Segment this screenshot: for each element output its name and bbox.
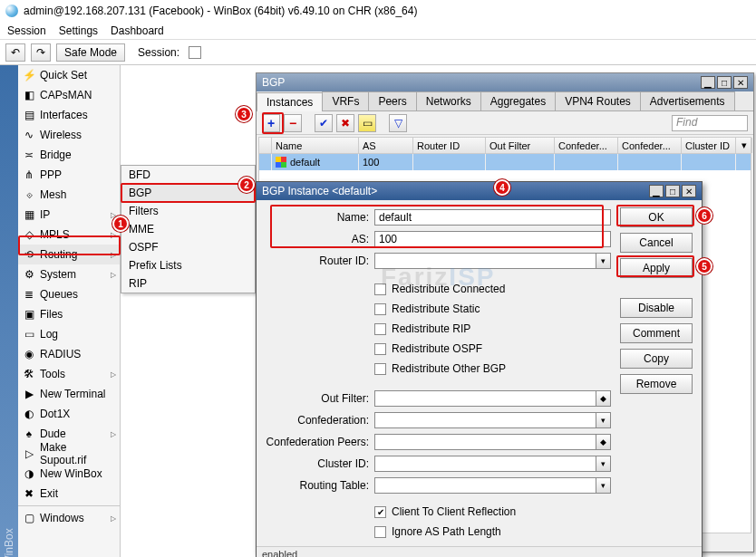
remove-button[interactable]: − [284,114,302,132]
redist-static-checkbox[interactable] [374,303,386,315]
sidebar-item-ip[interactable]: ▦IP▷ [18,205,120,225]
sidebar-item-new-winbox[interactable]: ◑New WinBox [18,464,120,484]
dropdown-icon[interactable]: ◆ [596,391,610,406]
minimize-icon[interactable]: ▁ [701,76,715,89]
cluster-id-input[interactable]: ▾ [374,456,611,472]
tab-networks[interactable]: Networks [416,91,481,110]
menu-item-icon: ▤ [22,108,36,122]
sidebar-item-windows[interactable]: ▢Windows▷ [18,508,120,528]
copy-button[interactable]: Copy [620,349,693,369]
sidebar-item-radius[interactable]: ◉RADIUS [18,344,120,364]
redist-rip-checkbox[interactable] [374,323,386,335]
tab-peers[interactable]: Peers [368,91,416,110]
submenu-item-filters[interactable]: Filters [121,202,255,220]
submenu-item-rip[interactable]: RIP [121,274,255,293]
disable-button[interactable]: ✖ [336,114,354,132]
submenu-item-bgp[interactable]: BGP [121,184,255,202]
tab-vrfs[interactable]: VRFs [322,91,369,110]
chevron-right-icon: ▷ [111,251,116,259]
sidebar-item-dot1x[interactable]: ◐Dot1X [18,404,120,424]
apply-button[interactable]: Apply [620,258,693,278]
sidebar-item-mpls[interactable]: ◇MPLS▷ [18,225,120,245]
submenu-item-prefix-lists[interactable]: Prefix Lists [121,256,255,274]
column-header[interactable]: AS [359,138,413,153]
sidebar-item-tools[interactable]: 🛠Tools▷ [18,364,120,384]
dialog-minimize-icon[interactable]: ▁ [649,185,664,197]
comment-dlg-button[interactable]: Comment [620,323,693,343]
submenu-item-ospf[interactable]: OSPF [121,238,255,256]
close-icon[interactable]: ✕ [733,76,748,89]
column-header[interactable]: Cluster ID [682,138,736,153]
dropdown-icon[interactable]: ▾ [596,478,610,493]
disable-dlg-button[interactable]: Disable [620,298,693,318]
sidebar-item-exit[interactable]: ✖Exit [18,484,120,504]
column-header[interactable]: Name [272,138,359,153]
redist-ospf-checkbox[interactable] [374,343,386,355]
menu-settings[interactable]: Settings [59,24,98,37]
find-input[interactable]: Find [672,115,748,131]
confederation-input[interactable]: ▾ [374,412,611,428]
redist-connected-checkbox[interactable] [374,283,386,295]
remove-dlg-button[interactable]: Remove [620,374,693,394]
bgp-window-title: BGP [262,76,285,89]
sidebar-item-queues[interactable]: ≣Queues [18,284,120,304]
dialog-close-icon[interactable]: ✕ [682,185,696,197]
dropdown-icon[interactable]: ◆ [596,435,610,449]
sidebar-item-wireless[interactable]: ∿Wireless [18,125,120,145]
redo-button[interactable]: ↷ [31,43,51,62]
add-button[interactable]: + [262,114,280,132]
dropdown-icon[interactable]: ▾ [596,456,610,471]
column-header[interactable]: Confeder... [618,138,682,153]
sidebar-item-system[interactable]: ⚙System▷ [18,264,120,284]
tab-instances[interactable]: Instances [257,92,323,111]
routing-table-input[interactable]: ▾ [374,477,611,494]
dialog-maximize-icon[interactable]: □ [665,185,680,197]
menu-session[interactable]: Session [7,24,46,37]
sidebar-item-mesh[interactable]: ⟐Mesh [18,185,120,205]
sidebar-item-files[interactable]: ▣Files [18,304,120,324]
sidebar-item-make-supout-rif[interactable]: ▷Make Supout.rif [18,444,120,464]
sidebar-item-label: Files [40,308,63,321]
sidebar-item-log[interactable]: ▭Log [18,324,120,344]
sidebar-item-quick-set[interactable]: ⚡Quick Set [18,65,120,85]
maximize-icon[interactable]: □ [717,76,732,89]
enable-button[interactable]: ✔ [315,114,333,132]
undo-button[interactable]: ↶ [5,43,25,62]
column-header[interactable]: Router ID [413,138,486,153]
bgp-window-titlebar[interactable]: BGP ▁ □ ✕ [257,73,753,91]
sidebar-item-capsman[interactable]: ◧CAPsMAN [18,85,120,105]
menu-dashboard[interactable]: Dashboard [111,24,164,37]
ok-button[interactable]: OK [620,207,693,227]
sidebar-item-ppp[interactable]: ⋔PPP [18,165,120,185]
tab-advertisements[interactable]: Advertisements [640,91,735,110]
column-header[interactable]: Out Filter [486,138,555,153]
sidebar-item-interfaces[interactable]: ▤Interfaces [18,105,120,125]
tab-aggregates[interactable]: Aggregates [480,91,556,110]
filter-button[interactable]: ▽ [389,114,407,132]
redist-other-checkbox[interactable] [374,363,386,375]
table-row[interactable]: default100 [259,154,751,170]
dialog-titlebar[interactable]: BGP Instance <default> ▁ □ ✕ [257,182,702,200]
name-input[interactable]: default [374,209,611,226]
submenu-item-bfd[interactable]: BFD [121,166,255,184]
client-to-client-checkbox[interactable]: ✔ [374,506,386,518]
comment-button[interactable]: ▭ [358,114,376,132]
sidebar-item-new-terminal[interactable]: ▶New Terminal [18,384,120,404]
column-picker[interactable]: ▾ [736,138,752,153]
out-filter-input[interactable]: ◆ [374,390,611,407]
as-input[interactable]: 100 [374,231,611,247]
tab-vpn4-routes[interactable]: VPN4 Routes [555,91,641,110]
chevron-right-icon: ▷ [111,231,116,239]
cancel-button[interactable]: Cancel [620,233,693,253]
dropdown-icon[interactable]: ▾ [596,254,610,268]
ignore-as-path-checkbox[interactable] [374,526,386,538]
sidebar-item-routing[interactable]: ⟲Routing▷ [18,245,120,264]
router-id-input[interactable]: ▾ [374,253,611,269]
safe-mode-button[interactable]: Safe Mode [56,43,125,62]
column-header[interactable]: Confeder... [555,138,618,153]
submenu-item-mme[interactable]: MME [121,220,255,238]
dropdown-icon[interactable]: ▾ [596,413,610,427]
confederation-peers-input[interactable]: ◆ [374,434,611,450]
grid-spacer[interactable] [259,138,272,153]
sidebar-item-bridge[interactable]: ≍Bridge [18,145,120,165]
